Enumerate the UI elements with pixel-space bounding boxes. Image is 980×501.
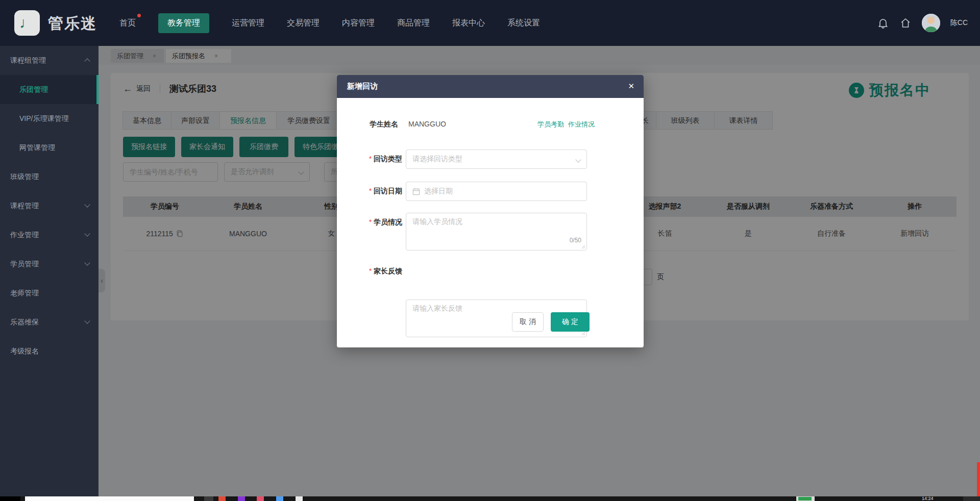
screen: ♩ 管乐迷 首页 教务管理 运营管理 交易管理 内容管理 商品管理 报表中心 系…	[0, 0, 980, 501]
nav-item-home[interactable]: 首页	[119, 18, 136, 29]
scrollbar-thumb[interactable]	[977, 462, 980, 501]
sidebar-item-homework[interactable]: 作业管理	[0, 220, 99, 249]
homework-link[interactable]: 作业情况	[568, 120, 595, 129]
chevron-down-icon	[575, 157, 581, 162]
username[interactable]: 陈CC	[950, 18, 968, 28]
nav-menu: 首页 教务管理 运营管理 交易管理 内容管理 商品管理 报表中心 系统设置	[119, 0, 540, 46]
taskbar-app-icon-pink[interactable]	[257, 496, 264, 501]
student-status-label: 学员情况	[337, 218, 402, 227]
taskbar-app-icon-red[interactable]	[218, 496, 226, 501]
nav-item-operations[interactable]: 运营管理	[232, 18, 264, 29]
nav-item-content[interactable]: 内容管理	[342, 18, 375, 29]
brand-name: 管乐迷	[48, 13, 97, 34]
taskbar-app-icon[interactable]	[204, 496, 213, 501]
sidebar-item-class-management[interactable]: 班级管理	[0, 162, 99, 191]
start-button[interactable]	[0, 496, 20, 501]
tray-monitor-icon[interactable]	[796, 496, 815, 501]
bell-icon[interactable]	[877, 17, 889, 29]
nav-item-academic[interactable]: 教务管理	[158, 13, 209, 33]
modal-title: 新增回访	[347, 82, 378, 91]
show-desktop-button[interactable]	[963, 496, 980, 501]
confirm-button[interactable]: 确 定	[551, 312, 590, 332]
nav-item-settings[interactable]: 系统设置	[507, 18, 540, 29]
attendance-link[interactable]: 学员考勤	[537, 120, 564, 129]
user-avatar[interactable]	[922, 14, 940, 32]
nav-item-products[interactable]: 商品管理	[397, 18, 430, 29]
sidebar-item-online-course[interactable]: 网管课管理	[0, 133, 99, 162]
student-status-textarea[interactable]	[406, 213, 586, 250]
taskbar-search-box[interactable]	[25, 496, 194, 501]
student-links: 学员考勤 作业情况	[537, 120, 595, 129]
cancel-button[interactable]: 取 消	[512, 312, 544, 332]
taskbar-app-icon-purple[interactable]	[238, 496, 245, 501]
home-icon[interactable]	[899, 17, 912, 29]
followup-date-picker[interactable]: 选择日期	[406, 182, 587, 201]
followup-type-label: 回访类型	[337, 155, 402, 164]
followup-type-select[interactable]: 请选择回访类型	[406, 149, 587, 169]
add-followup-modal: 新增回访 ✕ 学生姓名 MANGGUO 学员考勤 作业情况 回访类型 请选择回访…	[337, 75, 644, 347]
modal-header: 新增回访 ✕	[337, 75, 644, 98]
app-logo: ♩	[14, 10, 40, 36]
student-status-field: 0/50	[406, 213, 587, 251]
char-counter: 0/50	[570, 237, 581, 244]
nav-right: 陈CC	[877, 0, 968, 46]
sidebar-item-vip-theory[interactable]: VIP/乐理课管理	[0, 104, 99, 133]
chevron-up-icon	[84, 58, 90, 64]
taskbar-app-icon-white[interactable]	[296, 496, 303, 501]
taskbar-app-icon-blue[interactable]	[276, 496, 283, 501]
close-icon[interactable]: ✕	[628, 82, 634, 91]
calendar-icon	[412, 188, 420, 195]
parent-feedback-label: 家长反馈	[337, 267, 402, 276]
top-nav: ♩ 管乐迷 首页 教务管理 运营管理 交易管理 内容管理 商品管理 报表中心 系…	[0, 0, 980, 46]
sidebar-item-exam-registration[interactable]: 考级报名	[0, 337, 99, 366]
sidebar-item-band-management[interactable]: 乐团管理	[0, 75, 99, 104]
os-taskbar: 14:24	[0, 496, 980, 501]
student-name-row: 学生姓名 MANGGUO 学员考勤 作业情况	[337, 120, 644, 131]
followup-date-label: 回访日期	[337, 187, 402, 196]
resize-handle[interactable]	[581, 332, 585, 336]
chevron-down-icon	[84, 231, 90, 236]
sidebar-item-teacher-management[interactable]: 老师管理	[0, 279, 99, 308]
chevron-down-icon	[84, 202, 90, 207]
sidebar: 课程组管理 乐团管理 VIP/乐理课管理 网管课管理 班级管理 课程管理 作业管…	[0, 46, 99, 501]
resize-handle[interactable]	[581, 245, 585, 249]
sidebar-item-course-group[interactable]: 课程组管理	[0, 46, 99, 75]
music-note-icon: ♩	[19, 15, 35, 31]
sidebar-item-instrument-maintenance[interactable]: 乐器维保	[0, 308, 99, 337]
student-name-label: 学生姓名	[370, 120, 398, 129]
chevron-down-icon	[84, 318, 90, 323]
sidebar-item-course-management[interactable]: 课程管理	[0, 191, 99, 220]
taskbar-clock: 14:24	[922, 496, 934, 501]
student-name-value: MANGGUO	[408, 120, 446, 128]
nav-item-transactions[interactable]: 交易管理	[287, 18, 320, 29]
nav-item-reports[interactable]: 报表中心	[452, 18, 485, 29]
chevron-down-icon	[84, 260, 90, 265]
notification-dot	[137, 14, 141, 17]
sidebar-item-student-management[interactable]: 学员管理	[0, 249, 99, 279]
